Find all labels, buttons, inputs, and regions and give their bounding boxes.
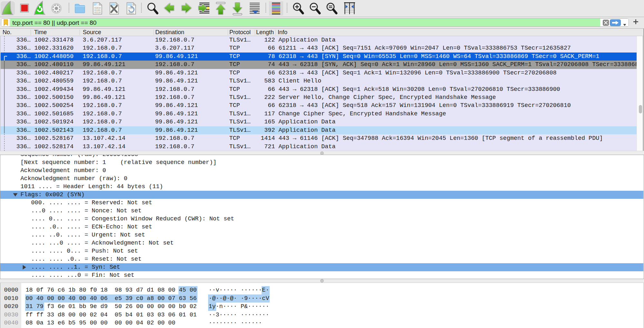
svg-text:01010: 01010: [94, 7, 101, 9]
svg-text:01101: 01101: [94, 9, 101, 12]
svg-text:0111: 0111: [129, 12, 134, 14]
svg-text:01110: 01110: [94, 12, 101, 14]
